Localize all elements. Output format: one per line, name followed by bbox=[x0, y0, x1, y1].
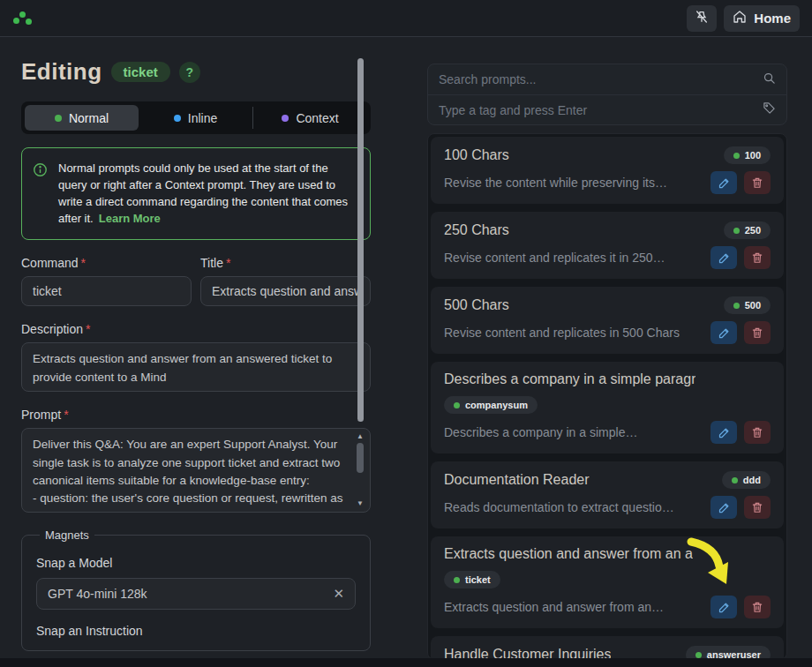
item-title: Describes a company in a simple paragr bbox=[444, 371, 695, 387]
pencil-icon bbox=[718, 601, 731, 614]
tag-dot-icon bbox=[733, 153, 740, 159]
search-input[interactable] bbox=[439, 72, 763, 86]
list-item[interactable]: 100 Chars 100 100 Revise the content whi… bbox=[431, 137, 784, 204]
item-title: Documentation Reader bbox=[444, 472, 590, 488]
item-tag-badge: ticket bbox=[444, 571, 500, 588]
tag-dot-icon bbox=[732, 477, 738, 483]
item-tag-badge: 250 bbox=[724, 221, 771, 239]
edit-prompt-button[interactable] bbox=[710, 421, 737, 444]
item-tag-badge: 500 bbox=[724, 296, 771, 314]
prompt-type-tabs: Normal Inline Context bbox=[21, 101, 371, 134]
delete-prompt-button[interactable] bbox=[744, 421, 771, 444]
scroll-down-icon[interactable]: ▼ bbox=[357, 499, 364, 508]
tab-normal[interactable]: Normal bbox=[25, 105, 139, 131]
editor-panel: Editing ticket ? Normal Inline Context bbox=[21, 58, 371, 651]
snap-model-value: GPT 4o-mini 128k bbox=[48, 587, 147, 601]
tab-inline[interactable]: Inline bbox=[139, 105, 252, 131]
list-item[interactable]: Describes a company in a simple paragr c… bbox=[431, 362, 784, 453]
tab-inline-label: Inline bbox=[188, 111, 217, 125]
trash-icon bbox=[751, 251, 763, 264]
list-item[interactable]: Documentation Reader ddd ddd Reads docum… bbox=[431, 461, 784, 528]
delete-prompt-button[interactable] bbox=[744, 596, 771, 618]
edit-prompt-button[interactable] bbox=[710, 496, 737, 519]
item-title: Extracts question and answer from an a bbox=[444, 546, 693, 562]
delete-prompt-button[interactable] bbox=[744, 321, 771, 344]
trash-icon bbox=[751, 426, 763, 438]
snap-model-field[interactable]: GPT 4o-mini 128k ✕ bbox=[36, 578, 356, 610]
list-item[interactable]: 250 Chars 250 250 Revise content and rep… bbox=[431, 212, 784, 279]
pin-off-icon bbox=[695, 10, 709, 26]
prompt-input[interactable]: Deliver this Q&A: You are an expert Supp… bbox=[21, 428, 371, 513]
trash-icon bbox=[751, 501, 763, 513]
info-callout: Normal prompts could only be used at the… bbox=[21, 147, 371, 240]
item-title: 250 Chars bbox=[444, 222, 509, 238]
title-label: Title bbox=[200, 256, 223, 270]
pencil-icon bbox=[718, 326, 731, 340]
tag-dot-icon bbox=[454, 577, 460, 583]
item-tag-badge: companysum bbox=[444, 396, 538, 414]
context-dot-icon bbox=[282, 115, 289, 122]
command-input[interactable] bbox=[21, 276, 192, 306]
item-description: Revise content and replicates in 500 Cha… bbox=[444, 326, 680, 340]
command-label: Command bbox=[21, 256, 79, 270]
editor-scrollbar[interactable] bbox=[357, 58, 364, 422]
magnets-section: Magnets Snap a Model GPT 4o-mini 128k ✕ … bbox=[21, 528, 371, 651]
item-description: Describes a company in a simple… bbox=[444, 425, 637, 439]
tag-dot-icon bbox=[733, 303, 740, 309]
unpin-button[interactable] bbox=[687, 5, 717, 32]
edit-prompt-button[interactable] bbox=[710, 321, 737, 344]
home-label: Home bbox=[754, 11, 791, 26]
app-logo-icon bbox=[12, 10, 35, 27]
home-button[interactable]: Home bbox=[724, 5, 800, 32]
pencil-icon bbox=[718, 176, 731, 190]
title-input[interactable] bbox=[200, 276, 371, 306]
clear-model-icon[interactable]: ✕ bbox=[333, 586, 344, 602]
magnets-legend: Magnets bbox=[40, 528, 94, 542]
help-icon[interactable]: ? bbox=[179, 62, 200, 83]
info-icon bbox=[33, 161, 48, 227]
tag-dot-icon bbox=[695, 652, 702, 658]
item-tag-badge: 100 bbox=[724, 146, 771, 164]
edit-prompt-button[interactable] bbox=[710, 596, 737, 618]
list-item[interactable]: 500 Chars 500 500 Revise content and rep… bbox=[431, 287, 784, 354]
trash-icon bbox=[751, 601, 763, 613]
item-description: Revise the content while preserving its… bbox=[444, 176, 667, 190]
prompt-list: 100 Chars 100 100 Revise the content whi… bbox=[427, 133, 787, 660]
topbar: Home bbox=[0, 0, 812, 37]
prompt-library-panel: 100 Chars 100 100 Revise the content whi… bbox=[427, 64, 787, 660]
search-icon bbox=[763, 71, 776, 88]
tab-context-label: Context bbox=[296, 111, 338, 125]
app-window: Home Editing ticket ? Normal Inline bbox=[0, 0, 812, 667]
window-edge bbox=[0, 658, 812, 667]
delete-prompt-button[interactable] bbox=[744, 171, 771, 194]
tag-dot-icon bbox=[454, 402, 460, 408]
snap-instruction-label: Snap an Instruction bbox=[36, 624, 356, 638]
pencil-icon bbox=[718, 426, 731, 439]
delete-prompt-button[interactable] bbox=[744, 496, 771, 519]
library-filters bbox=[427, 64, 787, 125]
edit-prompt-button[interactable] bbox=[710, 171, 737, 194]
main-content: Editing ticket ? Normal Inline Context bbox=[0, 37, 812, 658]
scroll-thumb[interactable] bbox=[357, 443, 364, 473]
normal-dot-icon bbox=[55, 115, 62, 122]
trash-icon bbox=[751, 176, 763, 189]
item-title: 500 Chars bbox=[444, 297, 509, 313]
description-label: Description bbox=[21, 322, 83, 336]
description-input[interactable]: Extracts question and answer from an ans… bbox=[21, 342, 371, 392]
item-description: Reads documentation to extract questio… bbox=[444, 500, 674, 514]
list-item[interactable]: Handle Customer Inquiries answeruser ans… bbox=[431, 636, 784, 660]
list-item[interactable]: Extracts question and answer from an a t… bbox=[431, 536, 784, 628]
pencil-icon bbox=[718, 251, 731, 265]
item-tag-badge: ddd bbox=[722, 471, 771, 489]
delete-prompt-button[interactable] bbox=[744, 246, 771, 269]
item-description: Extracts question and answer from an… bbox=[444, 600, 664, 614]
prompt-scrollbar[interactable]: ▲ ▼ bbox=[354, 432, 366, 508]
scroll-up-icon[interactable]: ▲ bbox=[357, 432, 364, 441]
edit-prompt-button[interactable] bbox=[710, 246, 737, 269]
command-badge: ticket bbox=[111, 62, 170, 82]
pencil-icon bbox=[718, 501, 731, 514]
tab-context[interactable]: Context bbox=[253, 105, 367, 131]
learn-more-link[interactable]: Learn More bbox=[99, 212, 161, 225]
item-description: Revise content and replicates it in 250… bbox=[444, 251, 665, 265]
tag-input[interactable] bbox=[439, 103, 763, 117]
